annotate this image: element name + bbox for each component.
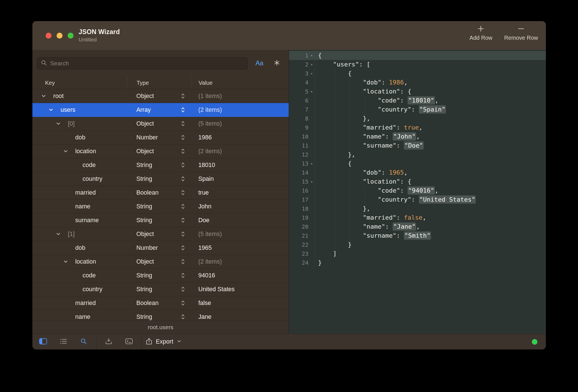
- fold-toggle-icon[interactable]: ▾: [308, 60, 315, 69]
- type-stepper-icon[interactable]: [181, 162, 185, 168]
- code-line[interactable]: 9 "married": true,: [289, 123, 546, 132]
- type-stepper-icon[interactable]: [181, 286, 185, 292]
- code-line[interactable]: 3▾ {: [289, 69, 546, 78]
- code-line[interactable]: 22 }: [289, 240, 546, 249]
- type-stepper-icon[interactable]: [181, 134, 185, 141]
- code-line[interactable]: 2▾ "users": [: [289, 60, 546, 69]
- table-row[interactable]: dobNumber1965: [32, 241, 289, 255]
- type-stepper-icon[interactable]: [181, 190, 185, 196]
- code-line[interactable]: 12 },: [289, 150, 546, 159]
- code-line[interactable]: 4 "dob": 1986,: [289, 78, 546, 87]
- code-line[interactable]: 15▾ "location": {: [289, 177, 546, 186]
- table-row[interactable]: locationObject(2 items): [32, 144, 289, 158]
- fold-spacer: [308, 222, 315, 231]
- code-line[interactable]: 18 },: [289, 204, 546, 213]
- type-stepper-icon[interactable]: [181, 245, 185, 251]
- table-row[interactable]: rootObject(1 items): [32, 89, 289, 103]
- chevron-down-icon[interactable]: [48, 107, 61, 113]
- type-stepper-icon[interactable]: [181, 314, 185, 320]
- type-stepper-icon[interactable]: [181, 93, 185, 99]
- json-code-editor[interactable]: 1▾{2▾ "users": [3▾ {4 "dob": 1986,5▾ "lo…: [289, 50, 546, 334]
- add-row-label: Add Row: [470, 35, 492, 41]
- export-button[interactable]: Export: [142, 334, 186, 350]
- code-line[interactable]: 17 "country": "United States": [289, 195, 546, 204]
- type-stepper-icon[interactable]: [181, 107, 185, 113]
- chevron-down-icon[interactable]: [63, 259, 75, 264]
- table-row[interactable]: nameStringJane: [32, 310, 289, 320]
- type-stepper-icon[interactable]: [181, 217, 185, 223]
- table-row[interactable]: codeString94016: [32, 269, 289, 282]
- line-number: 6: [289, 96, 308, 105]
- fold-toggle-icon[interactable]: ▾: [308, 51, 315, 60]
- row-value: Jane: [192, 313, 289, 320]
- code-line[interactable]: 11 "surname": "Doe": [289, 141, 546, 150]
- add-row-button[interactable]: Add Row: [470, 25, 492, 41]
- terminal-button[interactable]: [121, 334, 137, 350]
- fold-toggle-icon[interactable]: ▾: [308, 87, 315, 96]
- code-line[interactable]: 16 "code": "94016",: [289, 186, 546, 195]
- code-line[interactable]: 23 ]: [289, 249, 546, 258]
- code-line[interactable]: 8 },: [289, 114, 546, 123]
- code-line[interactable]: 20 "name": "Jane",: [289, 222, 546, 231]
- code-line[interactable]: 13▾ {: [289, 159, 546, 168]
- table-row[interactable]: locationObject(2 items): [32, 255, 289, 269]
- code-line[interactable]: 10 "name": "John",: [289, 132, 546, 141]
- fold-toggle-icon[interactable]: ▾: [308, 177, 315, 186]
- type-stepper-icon[interactable]: [181, 148, 185, 154]
- row-type: String: [136, 203, 152, 210]
- row-key: surname: [75, 217, 99, 224]
- search-tool-button[interactable]: [76, 334, 92, 350]
- chevron-down-icon[interactable]: [63, 148, 75, 154]
- minimize-button[interactable]: [57, 33, 63, 39]
- type-stepper-icon[interactable]: [181, 259, 185, 265]
- table-row[interactable]: usersArray(2 items): [32, 103, 289, 117]
- table-row[interactable]: [1]Object(5 items): [32, 227, 289, 241]
- code-line[interactable]: 21 "surname": "Smith": [289, 231, 546, 240]
- table-row[interactable]: countryStringSpain: [32, 172, 289, 186]
- table-row[interactable]: codeString18010: [32, 158, 289, 172]
- type-stepper-icon[interactable]: [181, 231, 185, 237]
- fold-toggle-icon[interactable]: ▾: [308, 159, 315, 168]
- code-line[interactable]: 7 "country": "Spain": [289, 105, 546, 114]
- type-stepper-icon[interactable]: [181, 121, 185, 127]
- regex-toggle[interactable]: [271, 60, 283, 67]
- chevron-down-icon[interactable]: [41, 93, 53, 99]
- match-case-toggle[interactable]: Aa: [253, 59, 266, 67]
- fold-toggle-icon[interactable]: ▾: [308, 69, 315, 78]
- table-row[interactable]: marriedBooleantrue: [32, 186, 289, 200]
- type-stepper-icon[interactable]: [181, 300, 185, 306]
- line-number: 5: [289, 87, 308, 96]
- table-row[interactable]: dobNumber1986: [32, 131, 289, 144]
- code-line[interactable]: 24}: [289, 258, 546, 267]
- code-line[interactable]: 5▾ "location": {: [289, 87, 546, 96]
- zoom-button[interactable]: [68, 33, 74, 39]
- table-row[interactable]: nameStringJohn: [32, 200, 289, 213]
- type-stepper-icon[interactable]: [181, 176, 185, 182]
- list-view-button[interactable]: [55, 334, 71, 350]
- type-stepper-icon[interactable]: [181, 203, 185, 210]
- search-input[interactable]: [50, 60, 244, 67]
- search-box[interactable]: [37, 57, 248, 70]
- code-line[interactable]: 6 "code": "18010",: [289, 96, 546, 105]
- chevron-down-icon[interactable]: [55, 231, 68, 237]
- code-line[interactable]: 1▾{: [289, 51, 546, 60]
- code-line[interactable]: 19 "married": false,: [289, 213, 546, 222]
- row-type: Object: [136, 93, 154, 100]
- tree-table-rows: rootObject(1 items)usersArray(2 items)[0…: [32, 89, 289, 320]
- row-value: (2 items): [192, 106, 289, 113]
- type-stepper-icon[interactable]: [181, 272, 185, 279]
- close-button[interactable]: [46, 33, 52, 39]
- table-row[interactable]: surnameStringDoe: [32, 213, 289, 227]
- code-line[interactable]: 14 "dob": 1965,: [289, 168, 546, 177]
- table-row[interactable]: [0]Object(5 items): [32, 117, 289, 131]
- row-value: (5 items): [192, 120, 289, 127]
- code-text: "country": "United States": [315, 195, 546, 204]
- minus-icon: [517, 25, 525, 33]
- chevron-down-icon[interactable]: [55, 121, 68, 126]
- toggle-sidebar-button[interactable]: [35, 334, 51, 350]
- remove-row-button[interactable]: Remove Row: [504, 25, 538, 41]
- table-row[interactable]: countryStringUnited States: [32, 282, 289, 296]
- import-button[interactable]: [101, 334, 117, 350]
- titlebar[interactable]: JSON Wizard Untitled Add Row Remove Row: [32, 21, 546, 50]
- table-row[interactable]: marriedBooleanfalse: [32, 296, 289, 310]
